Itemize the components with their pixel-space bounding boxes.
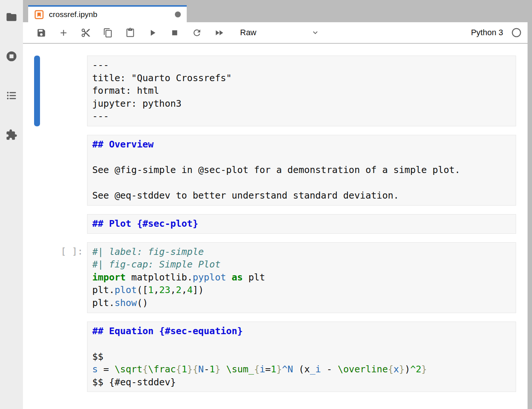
jupyterlab-window: crossref.ipynb Raw Python 3 ---title: "Q… — [0, 0, 532, 409]
cut-cell-button[interactable] — [77, 24, 94, 41]
code-line: s = \sqrt{\frac{1}{N-1} \sum_{i=1}^N (x_… — [92, 363, 511, 376]
tab-title: crossref.ipynb — [49, 10, 97, 19]
right-edge-strip — [528, 0, 532, 409]
cell-collapser[interactable] — [34, 322, 40, 392]
execution-prompt — [40, 56, 87, 126]
execution-prompt — [40, 135, 87, 206]
markdown-cell: ## Plot {#sec-plot} — [34, 214, 516, 234]
sidebar-item-extensions[interactable] — [5, 128, 18, 142]
cell-editor[interactable]: #| label: fig-simple#| fig-cap: Simple P… — [87, 242, 516, 313]
notebook-toolbar: Raw Python 3 — [23, 22, 528, 44]
clipboard-icon — [125, 28, 135, 38]
save-button[interactable] — [33, 24, 50, 41]
left-activity-bar — [0, 0, 23, 409]
copy-cell-button[interactable] — [99, 24, 116, 41]
cell-type-value: Raw — [240, 28, 256, 37]
interrupt-kernel-button[interactable] — [166, 24, 183, 41]
code-line: See @eq-stddev to better understand stan… — [92, 189, 511, 202]
cell-collapser[interactable] — [34, 135, 40, 206]
paste-cell-button[interactable] — [122, 24, 139, 41]
cell-collapser[interactable] — [34, 242, 40, 313]
raw-cell: ---title: "Quarto Crossrefs"format: html… — [34, 56, 516, 126]
save-icon — [36, 28, 46, 38]
restart-run-all-button[interactable] — [210, 24, 227, 41]
plus-icon — [59, 28, 69, 38]
unsaved-changes-indicator[interactable] — [175, 11, 181, 17]
execution-prompt: [ ]: — [40, 242, 87, 313]
sidebar-item-file-browser[interactable] — [5, 10, 18, 24]
code-line: #| label: fig-simple — [92, 246, 511, 259]
restart-kernel-button[interactable] — [188, 24, 205, 41]
code-line: See @fig-simple in @sec-plot for a demon… — [92, 164, 511, 177]
code-line: --- — [92, 110, 511, 123]
run-cell-button[interactable] — [144, 24, 161, 41]
chevron-down-icon — [311, 28, 320, 37]
code-line: $$ — [92, 350, 511, 363]
notebook-cells: ---title: "Quarto Crossrefs"format: html… — [23, 44, 528, 409]
kernel-name[interactable]: Python 3 — [471, 28, 503, 37]
play-icon — [147, 28, 157, 38]
restart-icon — [192, 28, 202, 38]
cell-collapser[interactable] — [34, 214, 40, 234]
code-line: plt.show() — [92, 297, 511, 310]
running-icon — [6, 50, 17, 62]
code-line: ## Equation {#sec-equation} — [92, 325, 511, 338]
code-line — [92, 151, 511, 164]
kernel-status-icon[interactable] — [511, 27, 522, 38]
execution-prompt — [40, 322, 87, 392]
copy-icon — [103, 28, 113, 38]
tab-crossref-ipynb[interactable]: crossref.ipynb — [28, 5, 187, 22]
puzzle-icon — [6, 129, 17, 141]
folder-icon — [6, 11, 17, 23]
code-cell: [ ]:#| label: fig-simple#| fig-cap: Simp… — [34, 242, 516, 313]
code-line: jupyter: python3 — [92, 97, 511, 110]
code-line: title: "Quarto Crossrefs" — [92, 72, 511, 85]
code-line: plt.plot([1,23,2,4]) — [92, 284, 511, 297]
markdown-cell: ## Equation {#sec-equation} $$s = \sqrt{… — [34, 322, 516, 392]
code-line: import matplotlib.pyplot as plt — [92, 271, 511, 284]
markdown-cell: ## Overview See @fig-simple in @sec-plot… — [34, 135, 516, 206]
code-line: --- — [92, 59, 511, 72]
notebook-file-icon — [34, 10, 44, 20]
cell-editor[interactable]: ## Equation {#sec-equation} $$s = \sqrt{… — [87, 322, 516, 392]
cell-editor[interactable]: ## Plot {#sec-plot} — [87, 214, 516, 234]
active-cell-collapser[interactable] — [34, 56, 40, 126]
cell-type-dropdown[interactable]: Raw — [240, 28, 320, 37]
tab-bar: crossref.ipynb — [23, 0, 528, 22]
notebook-panel: crossref.ipynb Raw Python 3 ---title: "Q… — [23, 0, 528, 409]
kernel-area: Python 3 — [471, 27, 525, 38]
code-line: ## Overview — [92, 138, 511, 151]
code-line: ## Plot {#sec-plot} — [92, 217, 511, 230]
toc-icon — [6, 90, 17, 102]
sidebar-item-table-of-contents[interactable] — [5, 89, 18, 102]
code-line: format: html — [92, 84, 511, 97]
fast-forward-icon — [214, 28, 224, 38]
code-line — [92, 337, 511, 350]
execution-prompt — [40, 214, 87, 234]
code-line: $$ {#eq-stddev} — [92, 376, 511, 389]
scissors-icon — [81, 28, 91, 38]
code-line — [92, 177, 511, 190]
code-line: #| fig-cap: Simple Plot — [92, 258, 511, 271]
insert-cell-button[interactable] — [55, 24, 72, 41]
stop-icon — [170, 28, 180, 38]
cell-editor[interactable]: ## Overview See @fig-simple in @sec-plot… — [87, 135, 516, 206]
cell-editor[interactable]: ---title: "Quarto Crossrefs"format: html… — [87, 56, 516, 126]
toolbar-buttons — [33, 24, 233, 41]
sidebar-item-running-kernels[interactable] — [5, 50, 18, 63]
